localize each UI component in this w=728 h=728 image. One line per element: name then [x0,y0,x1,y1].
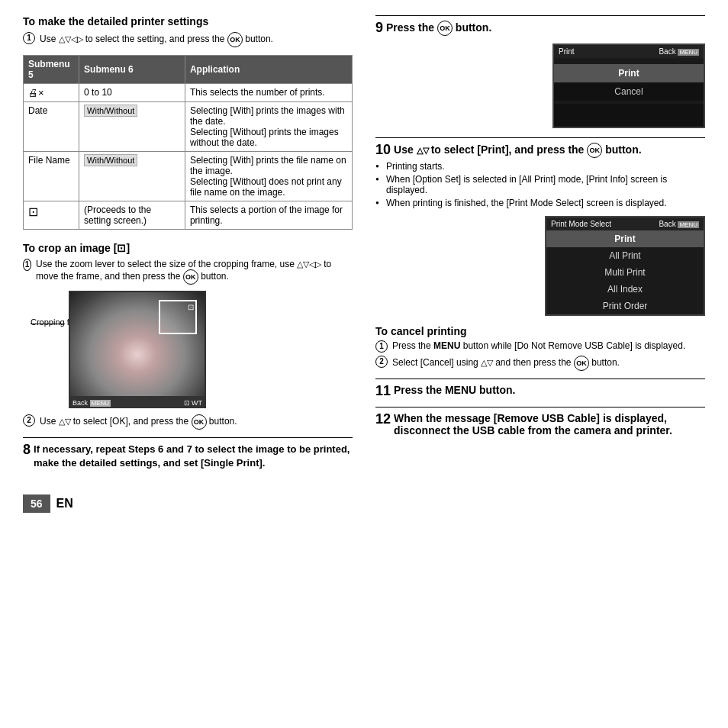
menu-badge-crop: MENU [90,400,111,407]
app-crop: This selects a portion of the image for … [185,201,352,230]
ok-button-step9: OK [437,21,453,36]
sub5-icon-print: 🖨× [24,84,79,102]
bullet-3: When printing is finished, the [Print Mo… [375,198,705,208]
page-footer: 56 EN [23,494,705,513]
divider-top [375,15,705,16]
crop-title: To crop an image [⊡] [23,242,353,254]
divider-step8 [23,437,353,438]
col-application: Application [185,56,352,84]
printer-settings-title: To make the detailed printer settings [23,15,353,27]
crop-section: To crop an image [⊡] 1 Use the zoom leve… [23,242,353,430]
print-mode-items: Print All Print Multi Print All Index Pr… [546,230,704,314]
right-column: 9 Press the OK button. Print Back MENU [375,15,705,479]
menu-badge-print: MENU [678,49,699,56]
divider-step12 [375,407,705,407]
page-number: 56 [23,494,50,513]
mode-print[interactable]: Print [546,230,704,247]
mode-print-order[interactable]: Print Order [546,298,704,314]
sub5-crop-icon: ⊡ [24,201,79,230]
print-mode-screen-header: Print Mode Select Back MENU [546,217,704,230]
print-screen-empty [554,104,704,127]
ok-button-step10: OK [587,143,602,158]
bullet-2: When [Option Set] is selected in [All Pr… [375,174,705,195]
crop-image-wrapper: ⊡ Back MENU ⊡ WT [69,291,206,408]
print-screen: Print Back MENU Print Cancel [552,43,705,128]
page-layout: To make the detailed printer settings 1 … [23,15,705,479]
step-12-text: When the message [Remove USB Cable] is d… [394,412,705,436]
step-10-num: 10 [375,143,391,156]
divider-step10 [375,137,705,138]
arrow-icons: △▽◁▷ [59,34,85,43]
print-screen-header: Print Back MENU [554,45,704,58]
ok-button-crop: OK [183,269,198,285]
ok-button-ref: OK [227,32,243,47]
mode-all-print[interactable]: All Print [546,247,704,264]
divider-step11 [375,378,705,379]
step-10-text: Use △▽ to select [Print], and press the … [394,143,642,158]
crop-frame-icon: ⊡ [188,303,194,311]
print-screen-title: Print [559,47,575,56]
step-circle-2-crop: 2 [23,414,35,427]
sub5-filename: File Name [24,152,79,201]
crop-wt-label: ⊡ WT [184,399,203,407]
mode-all-index[interactable]: All Index [546,281,704,298]
print-option-cancel[interactable]: Cancel [554,82,704,101]
step-12-num: 12 [375,412,391,426]
step-8-num: 8 [23,443,31,456]
table-row: ⊡ (Proceeds to the setting screen.) This… [24,201,353,230]
ok-button-crop2: OK [192,414,207,430]
step-11-text: Press the MENU button. [394,384,515,396]
print-mode-screen: Print Mode Select Back MENU Print All Pr… [545,216,705,316]
sub6-range: 0 to 10 [79,84,185,102]
crop-frame: ⊡ [159,300,197,334]
sub6-with-without-filename: With/Without [79,152,185,201]
step-11-num: 11 [375,384,391,398]
step-circle-1-cancel: 1 [375,340,388,353]
crop-line [31,324,65,324]
print-screen-items: Print Cancel [554,58,704,104]
table-row: File Name With/Without Selecting [With] … [24,152,353,201]
cancel-title: To cancel printing [375,325,705,337]
table-row: Date With/Without Selecting [With] print… [24,102,353,152]
cancel-step1: 1 Press the MENU button while [Do Not Re… [375,340,705,353]
step-9-text: Press the OK button. [386,21,491,36]
left-column: To make the detailed printer settings 1 … [23,15,353,479]
crop-step2: 2 Use △▽ to select [OK], and press the O… [23,414,353,430]
printer-settings-step1: 1 Use △▽◁▷ to select the setting, and pr… [23,32,353,47]
sub5-date: Date [24,102,79,152]
print-mode-title: Print Mode Select [551,220,611,228]
mode-multi-print[interactable]: Multi Print [546,264,704,281]
menu-badge-mode: MENU [678,221,699,228]
language-label: EN [56,497,73,511]
back-label: Back MENU [72,399,111,407]
screen-bottom-bar: Back MENU ⊡ WT [69,398,206,408]
col-submenu6: Submenu 6 [79,56,185,84]
crop-image-area: Cropping frame ⊡ Back MENU ⊡ WT [23,291,353,408]
crop-step1: 1 Use the zoom lever to select the size … [23,259,353,285]
printer-settings-section: To make the detailed printer settings 1 … [23,15,353,230]
col-submenu5: Submenu 5 [24,56,79,84]
app-filename: Selecting [With] prints the file name on… [185,152,352,201]
settings-table: Submenu 5 Submenu 6 Application 🖨× 0 to … [23,55,353,230]
bullet-1: Printing starts. [375,161,705,172]
sub6-crop: (Proceeds to the setting screen.) [79,201,185,230]
step-10-bullets: Printing starts. When [Option Set] is se… [375,161,705,208]
sub6-with-without-date: With/Without [79,102,185,152]
step-10: 10 Use △▽ to select [Print], and press t… [375,143,705,316]
table-row: 🖨× 0 to 10 This selects the number of pr… [24,84,353,102]
app-prints: This selects the number of prints. [185,84,352,102]
step-9-num: 9 [375,21,383,34]
step-8-text: If necessary, repeat Steps 6 and 7 to se… [34,443,353,470]
crop-image: ⊡ [69,291,206,398]
step-11: 11 Press the MENU button. [375,384,705,398]
cancel-section: To cancel printing 1 Press the MENU butt… [375,325,705,371]
step-circle-1: 1 [23,32,35,44]
step-circle-2-cancel: 2 [375,356,388,368]
app-date: Selecting [With] prints the images with … [185,102,352,152]
ok-button-cancel: OK [574,356,589,371]
step-12: 12 When the message [Remove USB Cable] i… [375,412,705,436]
cancel-step2: 2 Select [Cancel] using △▽ and then pres… [375,356,705,371]
print-option-print[interactable]: Print [554,64,704,82]
step-8: 8 If necessary, repeat Steps 6 and 7 to … [23,443,353,470]
step-9: 9 Press the OK button. Print Back MENU [375,21,705,128]
